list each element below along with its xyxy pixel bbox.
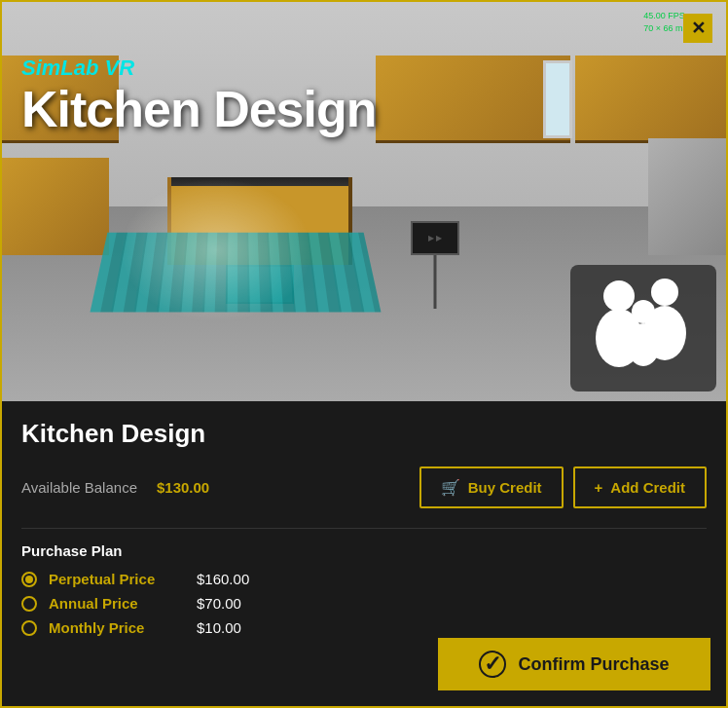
plan-option-perpetual[interactable]: Perpetual Price $160.00 bbox=[21, 571, 707, 587]
purchase-modal: ✕ SimLab VR Kitchen Design 45.00 FPS bbox=[0, 0, 728, 708]
balance-label: Available Balance bbox=[21, 479, 137, 496]
kitchen-upper-cabinet-far-right bbox=[575, 56, 726, 143]
kitchen-display-pole bbox=[434, 255, 437, 309]
product-title: Kitchen Design bbox=[21, 419, 707, 449]
radio-perpetual[interactable] bbox=[21, 572, 37, 587]
svg-point-5 bbox=[627, 323, 660, 366]
balance-row: Available Balance $130.00 🛒 Buy Credit +… bbox=[21, 466, 707, 508]
hero-image: SimLab VR Kitchen Design 45.00 FPS 70 × … bbox=[2, 2, 726, 401]
close-button[interactable]: ✕ bbox=[683, 14, 712, 43]
kitchen-window bbox=[543, 60, 572, 138]
buy-credit-button[interactable]: 🛒 Buy Credit bbox=[419, 466, 564, 508]
plan-name-perpetual: Perpetual Price bbox=[49, 571, 185, 587]
radio-monthly[interactable] bbox=[21, 620, 37, 636]
simlab-brand-label: SimLab VR bbox=[21, 56, 134, 81]
add-credit-label: Add Credit bbox=[610, 479, 685, 496]
content-area: Kitchen Design Available Balance $130.00… bbox=[2, 401, 726, 665]
fps-line1: 45.00 FPS bbox=[643, 10, 687, 22]
confirm-purchase-button[interactable]: ✓ Confirm Purchase bbox=[438, 638, 710, 690]
kitchen-counter-left bbox=[2, 158, 109, 255]
add-credit-button[interactable]: + Add Credit bbox=[573, 466, 707, 508]
kitchen-upper-cabinet-right bbox=[376, 56, 570, 143]
purchase-plan-label: Purchase Plan bbox=[21, 542, 707, 559]
plan-price-perpetual: $160.00 bbox=[197, 571, 249, 587]
kitchen-counter-right bbox=[648, 138, 726, 255]
plan-option-annual[interactable]: Annual Price $70.00 bbox=[21, 595, 707, 612]
checkmark-icon: ✓ bbox=[479, 651, 506, 678]
fps-line2: 70 × 66 ms bbox=[643, 22, 687, 35]
svg-point-2 bbox=[651, 279, 678, 306]
radio-annual[interactable] bbox=[21, 596, 37, 612]
balance-value: $130.00 bbox=[157, 479, 209, 496]
svg-point-4 bbox=[632, 300, 655, 323]
plan-price-monthly: $10.00 bbox=[197, 619, 241, 636]
plan-name-monthly: Monthly Price bbox=[49, 619, 185, 636]
plan-price-annual: $70.00 bbox=[197, 595, 241, 612]
divider bbox=[21, 528, 707, 529]
hero-kitchen-title: Kitchen Design bbox=[21, 80, 377, 138]
plan-option-monthly[interactable]: Monthly Price $10.00 bbox=[21, 619, 707, 636]
fps-indicator: 45.00 FPS 70 × 66 ms bbox=[643, 10, 687, 34]
svg-point-0 bbox=[603, 280, 635, 312]
plan-options: Perpetual Price $160.00 Annual Price $70… bbox=[21, 571, 707, 636]
cart-icon: 🛒 bbox=[441, 478, 460, 497]
plan-name-annual: Annual Price bbox=[49, 595, 185, 612]
kitchen-light-patch bbox=[119, 177, 313, 323]
kitchen-display-stand bbox=[411, 221, 459, 309]
buy-credit-label: Buy Credit bbox=[468, 479, 542, 496]
confirm-purchase-label: Confirm Purchase bbox=[518, 654, 669, 675]
people-icon-box bbox=[570, 265, 716, 391]
action-buttons: 🛒 Buy Credit + Add Credit bbox=[419, 466, 707, 508]
balance-info: Available Balance $130.00 bbox=[21, 479, 209, 496]
kitchen-display-screen bbox=[411, 221, 459, 255]
people-icon bbox=[585, 275, 702, 382]
plus-icon: + bbox=[595, 479, 603, 496]
